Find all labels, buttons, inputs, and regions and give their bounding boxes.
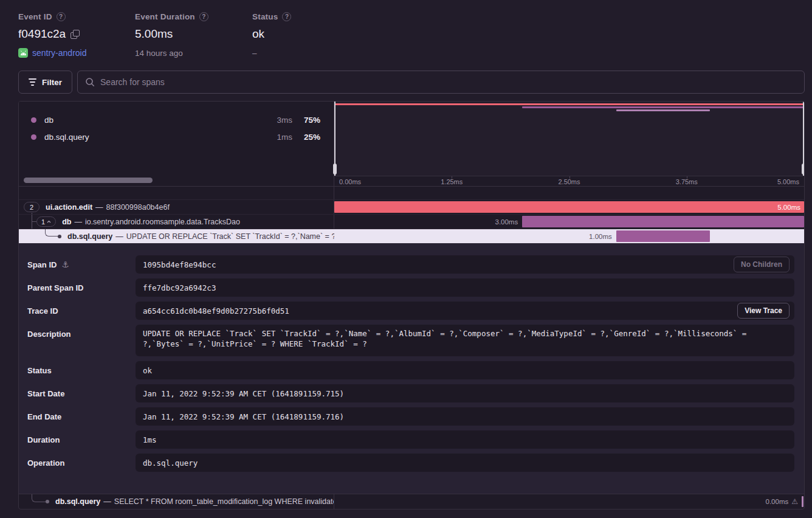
minimap-right-handle[interactable] <box>803 102 804 176</box>
help-icon[interactable]: ? <box>199 12 208 21</box>
duration-value: 1ms <box>143 435 157 444</box>
trace-id-value-box: a654cc61dc0b48ef9d0b27275b6f0d51 View Tr… <box>136 302 794 320</box>
status-sub: – <box>252 49 257 58</box>
trace-id-value: a654cc61dc0b48ef9d0b27275b6f0d51 <box>143 306 289 316</box>
zero-duration-tick <box>802 496 803 507</box>
status-label: Status <box>252 12 278 21</box>
detail-row-trace-id: Trace ID a654cc61dc0b48ef9d0b27275b6f0d5… <box>27 302 794 320</box>
detail-row-parent-span-id: Parent Span ID ffe7dbc92a6942c3 <box>27 278 794 297</box>
end-date-value-box: Jan 11, 2022 9:52:39 AM CET (1641891159.… <box>136 407 794 426</box>
status-column: Status ? ok – <box>252 11 291 58</box>
minimap-span-line <box>522 106 804 108</box>
detail-row-description: Description UPDATE OR REPLACE `Track` SE… <box>27 325 794 356</box>
span-toolbar: Filter <box>0 58 812 94</box>
event-header: Event ID ? f0491c2a sentry-android Event… <box>0 0 812 58</box>
axis-tick: 0.00ms <box>339 178 361 185</box>
axis-tick: 1.25ms <box>441 178 463 185</box>
event-duration-value: 5.00ms <box>135 27 173 41</box>
span-operation: db.sql.query <box>55 497 100 506</box>
duration-value-box: 1ms <box>136 430 794 449</box>
detail-row-span-id: Span ID ⚓ 1095bd4ef8e94bcc No Children <box>27 255 794 274</box>
search-input[interactable] <box>100 77 797 87</box>
legend-row-db-sql-query[interactable]: db.sql.query 1ms 25% <box>19 128 334 145</box>
warning-icon: ⚠ <box>791 497 798 506</box>
children-count-pill[interactable]: 2 <box>24 202 40 212</box>
span-operation: db.sql.query <box>67 232 112 241</box>
operations-breakdown: db 3ms 75% db.sql.query 1ms 25% <box>19 102 334 186</box>
search-icon <box>85 77 95 87</box>
span-status-value: ok <box>143 366 152 375</box>
span-duration-label: 0.00ms <box>766 498 789 505</box>
event-time-ago: 14 hours ago <box>135 49 183 58</box>
end-date-value: Jan 11, 2022 9:52:39 AM CET (1641891159.… <box>143 412 344 421</box>
op-duration: 3ms <box>277 116 292 125</box>
trace-minimap[interactable] <box>334 102 804 176</box>
description-value: UPDATE OR REPLACE `Track` SET `TrackId` … <box>143 328 787 349</box>
view-trace-button[interactable]: View Trace <box>737 303 790 319</box>
event-id-column: Event ID ? f0491c2a sentry-android <box>18 11 135 58</box>
op-color-dot <box>31 134 36 140</box>
span-description: io.sentry.android.roomsample.data.Tracks… <box>85 218 240 226</box>
trace-overview-section: db 3ms 75% db.sql.query 1ms 25% <box>19 102 804 187</box>
span-row-db[interactable]: 1 db — io.sentry.android.roomsample.data… <box>19 215 804 229</box>
legend-row-db[interactable]: db 3ms 75% <box>19 111 334 128</box>
span-row-db-sql-query-select[interactable]: db.sql.query — SELECT * FROM room_table_… <box>19 494 804 509</box>
android-project-icon <box>18 48 28 58</box>
op-duration: 1ms <box>277 133 292 142</box>
event-id-label: Event ID <box>18 12 52 21</box>
span-duration-bar[interactable] <box>616 230 710 242</box>
detail-row-status: Status ok <box>27 361 794 379</box>
detail-row-start-date: Start Date Jan 11, 2022 9:52:39 AM CET (… <box>27 384 794 402</box>
span-detail-panel: Span ID ⚓ 1095bd4ef8e94bcc No Children P… <box>19 244 804 494</box>
detail-row-duration: Duration 1ms <box>27 430 794 449</box>
span-row-ui-action-edit[interactable]: 2 ui.action.edit — 88f300998a0b4e6f 5.00… <box>19 200 804 215</box>
operation-value-box: db.sql.query <box>136 454 794 472</box>
copy-icon[interactable] <box>71 30 80 39</box>
help-icon[interactable]: ? <box>282 12 291 21</box>
chevron-up-icon <box>47 220 51 223</box>
help-icon[interactable]: ? <box>57 12 66 21</box>
start-date-value: Jan 11, 2022 9:52:39 AM CET (1641891159.… <box>143 389 344 398</box>
span-duration-label: 1.00ms <box>589 233 616 240</box>
horizontal-scrollbar[interactable] <box>24 178 153 183</box>
event-duration-label: Event Duration <box>135 12 195 21</box>
detail-row-end-date: End Date Jan 11, 2022 9:52:39 AM CET (16… <box>27 407 794 426</box>
project-link[interactable]: sentry-android <box>32 48 87 58</box>
span-row-db-sql-query-selected[interactable]: db.sql.query — UPDATE OR REPLACE `Track`… <box>19 229 804 244</box>
event-id-value: f0491c2a <box>18 27 66 41</box>
span-duration-label: 5.00ms <box>777 204 800 211</box>
children-count-pill[interactable]: 1 <box>36 216 56 227</box>
filter-button[interactable]: Filter <box>18 71 72 94</box>
detail-row-operation: Operation db.sql.query <box>27 454 794 472</box>
span-waterfall: 2 ui.action.edit — 88f300998a0b4e6f 5.00… <box>19 200 804 244</box>
span-duration-bar[interactable] <box>522 216 804 227</box>
trace-minimap-area: 0.00ms 1.25ms 2.50ms 3.75ms 5.00ms <box>334 102 804 186</box>
axis-tick: 3.75ms <box>676 178 698 185</box>
status-value: ok <box>252 27 264 41</box>
span-tree-panel: db 3ms 75% db.sql.query 1ms 25% <box>18 101 805 509</box>
span-duration-bar[interactable] <box>334 201 804 213</box>
description-value-box: UPDATE OR REPLACE `Track` SET `TrackId` … <box>136 325 794 356</box>
op-name: db.sql.query <box>44 133 89 142</box>
filter-icon <box>29 78 36 86</box>
operation-value: db.sql.query <box>143 458 198 468</box>
no-children-button[interactable]: No Children <box>734 257 790 272</box>
minimap-span-line <box>616 109 710 111</box>
span-id-value-box: 1095bd4ef8e94bcc No Children <box>136 255 794 274</box>
status-value-box: ok <box>136 361 794 379</box>
anchor-icon[interactable]: ⚓ <box>61 260 69 269</box>
span-operation: ui.action.edit <box>46 203 92 212</box>
span-search-box[interactable] <box>77 71 805 94</box>
parent-span-id-value-box: ffe7dbc92a6942c3 <box>136 278 794 297</box>
axis-tick: 5.00ms <box>777 178 799 185</box>
op-color-dot <box>31 117 36 123</box>
parent-span-id-value: ffe7dbc92a6942c3 <box>143 283 216 292</box>
span-description: UPDATE OR REPLACE `Track` SET `TrackId` … <box>126 232 334 241</box>
minimap-span-line <box>334 103 804 105</box>
op-percentage: 25% <box>292 133 320 142</box>
span-operation: db <box>62 218 71 226</box>
minimap-left-handle[interactable] <box>334 102 335 176</box>
span-id-label: Span ID <box>27 260 57 269</box>
event-duration-column: Event Duration ? 5.00ms 14 hours ago <box>135 11 252 58</box>
start-date-value-box: Jan 11, 2022 9:52:39 AM CET (1641891159.… <box>136 384 794 402</box>
